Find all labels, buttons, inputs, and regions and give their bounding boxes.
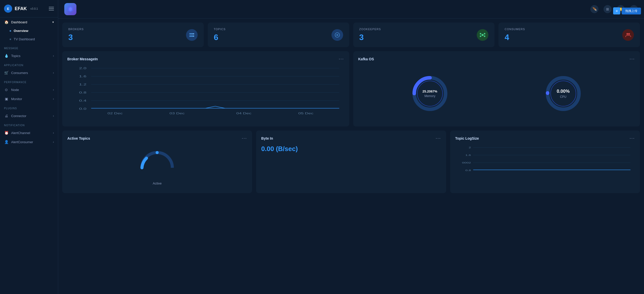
sidebar-item-topics[interactable]: 💧 Topics ‹ bbox=[0, 51, 58, 60]
svg-point-8 bbox=[480, 33, 481, 34]
svg-text:0002: 0002 bbox=[462, 161, 471, 164]
chevron-right-icon6: ‹ bbox=[53, 131, 54, 134]
alertconsumer-icon: 👤 bbox=[4, 140, 9, 144]
broker-messagein-menu[interactable]: ··· bbox=[339, 56, 344, 62]
alertchannel-icon: ⏰ bbox=[4, 131, 9, 135]
stat-consumers: CONSUMERS 4 bbox=[498, 23, 640, 47]
chevron-right-icon2: ‹ bbox=[53, 71, 54, 74]
byte-in-title: Byte In bbox=[261, 136, 273, 140]
sidebar-item-overview[interactable]: Overview bbox=[0, 27, 58, 35]
sidebar: E EFAK v3.0.1 🏠 Dashboard ▾ Overview TV … bbox=[0, 0, 58, 294]
topics-stat-label: TOPICS bbox=[214, 28, 226, 31]
chevron-right-icon4: ‹ bbox=[53, 97, 54, 100]
cpu-label: CPU bbox=[560, 95, 566, 99]
kafka-os-menu[interactable]: ··· bbox=[630, 56, 635, 62]
svg-point-5 bbox=[193, 36, 194, 36]
sidebar-item-node[interactable]: ⊙ Node ‹ bbox=[0, 85, 58, 94]
section-plugins: PLUGINS bbox=[0, 103, 58, 111]
brokers-icon bbox=[186, 29, 198, 41]
byte-in-menu[interactable]: ··· bbox=[436, 136, 441, 141]
node-label: Node bbox=[11, 88, 19, 92]
topic-logsize-card: Topic LogSize ··· 2 1.6 0002 0.8 bbox=[450, 131, 640, 193]
alertconsumer-label: AlertConsumer bbox=[11, 140, 33, 144]
kafka-os-card: Kafka OS ··· bbox=[353, 51, 640, 126]
memory-donut: 25.2067% Memory bbox=[410, 73, 450, 114]
svg-text:0.8: 0.8 bbox=[465, 169, 471, 172]
brokers-label: BROKERS bbox=[68, 28, 84, 31]
sidebar-item-consumers[interactable]: 🛒 Consumers ‹ bbox=[0, 68, 58, 77]
svg-text:1.2: 1.2 bbox=[79, 83, 87, 86]
sidebar-item-monitor[interactable]: ▣ Monitor ‹ bbox=[0, 94, 58, 103]
svg-point-14 bbox=[627, 33, 628, 35]
zookeepers-value: 3 bbox=[359, 33, 381, 42]
sidebar-item-connector[interactable]: 🖨 Connector ‹ bbox=[0, 111, 58, 120]
svg-point-10 bbox=[480, 35, 481, 37]
zookeepers-icon bbox=[477, 29, 488, 41]
consumers-stat-label: CONSUMERS bbox=[505, 28, 525, 31]
svg-text:1.6: 1.6 bbox=[79, 75, 87, 78]
svg-text:2.0: 2.0 bbox=[79, 67, 87, 70]
svg-text:2: 2 bbox=[469, 146, 471, 149]
broker-messagein-card: Broker MessageIn ··· 2.0 1.6 1.2 0.8 bbox=[62, 51, 349, 126]
node-icon: ⊙ bbox=[4, 88, 9, 92]
topic-logsize-menu[interactable]: ··· bbox=[630, 136, 635, 141]
topbar: 🪶 ⊞ 🔔 ? bbox=[58, 0, 644, 19]
app-name: EFAK bbox=[15, 6, 27, 11]
broker-messagein-header: Broker MessageIn ··· bbox=[67, 56, 344, 62]
logo-area: E EFAK v3.0.1 bbox=[0, 0, 58, 17]
memory-label: Memory bbox=[424, 94, 435, 98]
logsize-chart: 2 1.6 0002 0.8 bbox=[455, 145, 635, 175]
monitor-icon: ▣ bbox=[4, 97, 9, 101]
feather-icon[interactable]: 🪶 bbox=[590, 5, 598, 13]
memory-percent: 25.2067% bbox=[423, 89, 438, 93]
stat-brokers: BROKERS 3 bbox=[62, 23, 204, 47]
brokers-value: 3 bbox=[68, 33, 84, 42]
section-performance: PERFORMANCE bbox=[0, 77, 58, 85]
topic-logsize-header: Topic LogSize ··· bbox=[455, 136, 635, 141]
svg-point-9 bbox=[484, 33, 485, 34]
topics-label: Topics bbox=[11, 54, 20, 58]
logo-icon: E bbox=[4, 5, 12, 13]
chevron-down-icon: ▾ bbox=[52, 21, 54, 24]
sidebar-item-tv-dashboard[interactable]: TV Dashboard bbox=[0, 35, 58, 43]
svg-text:0.8: 0.8 bbox=[79, 91, 87, 94]
svg-text:0.0: 0.0 bbox=[79, 107, 87, 111]
connector-label: Connector bbox=[11, 114, 26, 118]
monitor-label: Monitor bbox=[11, 97, 22, 101]
svg-text:0.4: 0.4 bbox=[79, 99, 87, 102]
zookeepers-label: ZOOKEEPERS bbox=[359, 28, 381, 31]
active-topics-header: Active Topics ··· bbox=[67, 136, 247, 141]
upload-button[interactable]: 拖拽上传 bbox=[622, 8, 641, 14]
broker-messagein-chart: 2.0 1.6 1.2 0.8 0.4 0.0 02 Dec 03 Dec 04… bbox=[67, 66, 344, 116]
chevron-right-icon7: ‹ bbox=[53, 140, 54, 143]
section-application: APPLICATION bbox=[0, 60, 58, 68]
tv-dashboard-label: TV Dashboard bbox=[14, 37, 35, 41]
cpu-donut: 0.00% CPU bbox=[543, 73, 584, 114]
donut-row: 25.2067% Memory 0.00% bbox=[358, 66, 635, 121]
active-topics-card: Active Topics ··· Active bbox=[62, 131, 252, 193]
topics-icon-circle bbox=[331, 29, 343, 41]
section-message: MESSAGE bbox=[0, 43, 58, 51]
svg-text:1.6: 1.6 bbox=[465, 154, 471, 156]
grid-icon[interactable]: ⊞ bbox=[604, 5, 612, 13]
byte-in-header: Byte In ··· bbox=[261, 136, 441, 141]
sidebar-item-alertconsumer[interactable]: 👤 AlertConsumer ‹ bbox=[0, 137, 58, 146]
overview-label: Overview bbox=[14, 29, 28, 33]
topics-icon: 💧 bbox=[4, 54, 9, 58]
chevron-right-icon5: ‹ bbox=[53, 114, 54, 117]
consumers-value: 4 bbox=[505, 33, 525, 42]
dashboard-label: Dashboard bbox=[11, 20, 27, 24]
svg-text:03 Dec: 03 Dec bbox=[170, 112, 185, 115]
sidebar-item-dashboard[interactable]: 🏠 Dashboard ▾ bbox=[0, 17, 58, 27]
alertchannel-label: AlertChannel bbox=[11, 131, 30, 135]
active-topics-title: Active Topics bbox=[67, 136, 90, 140]
efak-logo bbox=[64, 3, 76, 15]
active-topics-menu[interactable]: ··· bbox=[242, 136, 247, 141]
sidebar-item-alertchannel[interactable]: ⏰ AlertChannel ‹ bbox=[0, 128, 58, 137]
hamburger-button[interactable] bbox=[49, 7, 54, 10]
svg-text:02 Dec: 02 Dec bbox=[108, 112, 123, 115]
svg-point-4 bbox=[193, 33, 194, 34]
consumers-icon-circle bbox=[622, 29, 634, 41]
inactive-dot bbox=[10, 39, 11, 40]
bottom-row: Active Topics ··· Active bbox=[58, 131, 644, 197]
